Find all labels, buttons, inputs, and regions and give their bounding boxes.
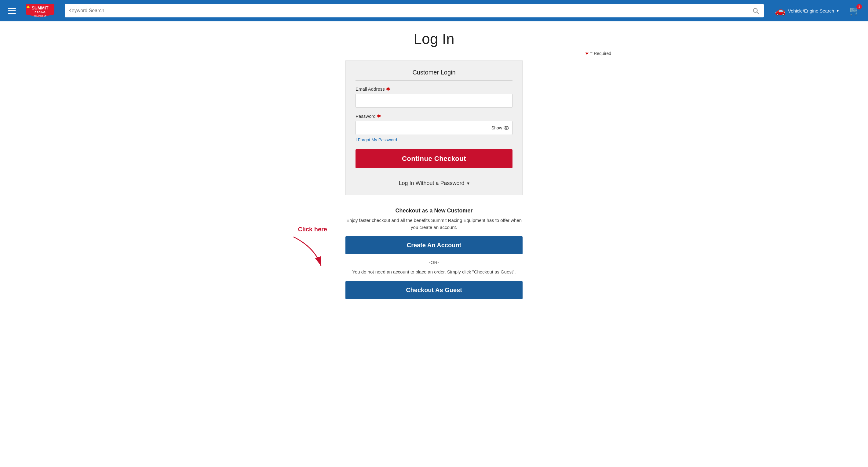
search-input[interactable]	[68, 8, 751, 13]
site-header: SUMMIT RACING EQUIPMENT 🚗 Vehicle/Engine…	[0, 0, 868, 21]
page-title: Log In	[257, 31, 611, 47]
search-button[interactable]	[751, 6, 760, 15]
show-password-button[interactable]: Show	[491, 125, 509, 131]
create-account-button[interactable]: Create An Account	[345, 236, 523, 254]
password-input[interactable]	[355, 121, 513, 135]
hamburger-menu[interactable]	[5, 5, 18, 16]
vehicle-engine-search[interactable]: 🚗 Vehicle/Engine Search ▾	[772, 6, 842, 16]
eye-icon	[503, 125, 509, 131]
main-content: Log In ✱ = Required Customer Login Email…	[251, 21, 617, 330]
svg-text:SUMMIT: SUMMIT	[31, 5, 49, 10]
login-card: Customer Login Email Address ✱ Password …	[345, 60, 523, 195]
search-bar	[65, 4, 764, 18]
divider	[355, 175, 513, 175]
cart-badge: 1	[857, 4, 862, 9]
required-note: ✱ = Required	[257, 51, 611, 56]
guest-description: You do not need an account to place an o…	[345, 269, 523, 276]
svg-text:EQUIPMENT: EQUIPMENT	[34, 15, 46, 18]
show-label: Show	[491, 126, 502, 130]
svg-point-8	[504, 126, 509, 129]
new-customer-description: Enjoy faster checkout and all the benefi…	[345, 217, 523, 231]
or-divider: -OR-	[345, 260, 523, 265]
card-title: Customer Login	[355, 69, 513, 80]
email-input[interactable]	[355, 94, 513, 108]
required-star: ✱	[585, 51, 589, 56]
svg-text:RACING: RACING	[34, 11, 45, 14]
forgot-password-link[interactable]: I Forgot My Password	[355, 137, 397, 142]
continue-checkout-button[interactable]: Continue Checkout	[355, 149, 513, 168]
cart-button[interactable]: 🛒 1	[847, 3, 863, 18]
email-label: Email Address ✱	[355, 86, 513, 92]
password-wrapper: Show	[355, 121, 513, 135]
vehicle-search-label: Vehicle/Engine Search	[788, 8, 834, 13]
annotation-text: Click here	[298, 226, 327, 233]
login-without-password-button[interactable]: Log In Without a Password ▾	[355, 180, 513, 187]
new-customer-title: Checkout as a New Customer	[345, 207, 523, 214]
click-here-annotation: Click here	[290, 226, 327, 269]
svg-line-7	[757, 12, 758, 13]
site-logo[interactable]: SUMMIT RACING EQUIPMENT	[23, 3, 57, 19]
car-icon: 🚗	[775, 6, 785, 16]
new-customer-section: Click here Checkout as a New Customer En…	[345, 207, 523, 311]
arrow-icon	[290, 235, 327, 269]
chevron-down-icon: ▾	[467, 180, 469, 186]
checkout-as-guest-button[interactable]: Checkout As Guest	[345, 281, 523, 299]
password-label: Password ✱	[355, 113, 513, 119]
svg-point-9	[506, 127, 507, 129]
vehicle-search-chevron: ▾	[837, 8, 839, 13]
